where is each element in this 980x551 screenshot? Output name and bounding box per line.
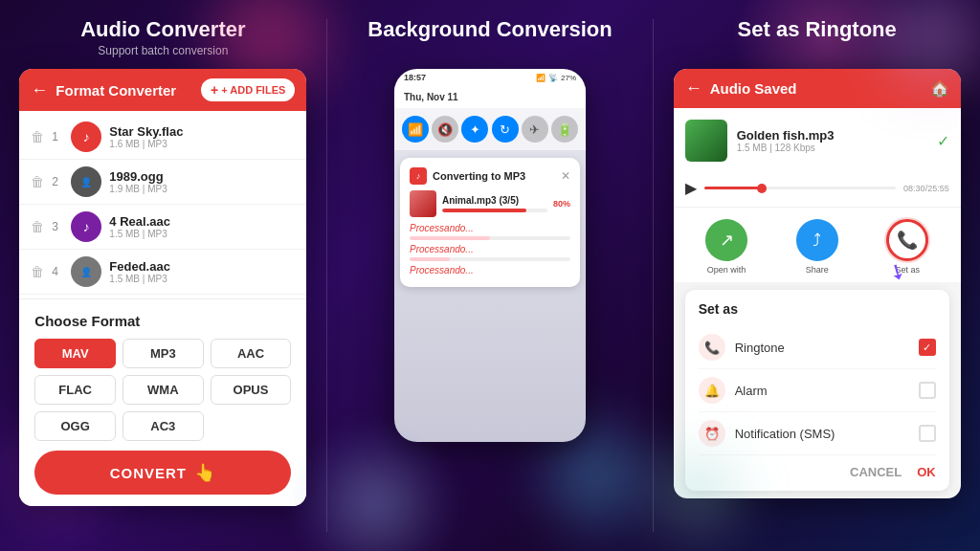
open-with-button[interactable]: ↗ Open with	[705, 219, 747, 275]
plus-icon: +	[211, 82, 218, 98]
share-icon: ⤴	[796, 219, 838, 261]
action-buttons: ↗ Open with ⤴ Share 📞 Set as ➘	[674, 207, 961, 282]
current-time: 08:30	[903, 184, 925, 193]
sync-qs-icon[interactable]: ↻	[492, 116, 519, 143]
notification-label: Notification (SMS)	[735, 427, 909, 441]
back-button[interactable]: ←	[31, 80, 48, 100]
phone-body: Thu, Nov 11 📶 🔇 ✦ ↻ ✈ 🔋 ♪ Converting to …	[394, 86, 586, 442]
notification-card: ♪ Converting to MP3 ✕ Animal.mp3 (3/5) 8…	[400, 158, 580, 287]
notif-close-button[interactable]: ✕	[561, 169, 570, 183]
format-btn-ac3[interactable]: AC3	[122, 411, 204, 441]
trash-icon-1[interactable]: 🗑	[31, 129, 44, 144]
wifi-qs-icon[interactable]: 📶	[402, 116, 429, 143]
convert-button[interactable]: CONVERT 👆	[34, 451, 291, 495]
file-icon-1: ♪	[71, 121, 101, 152]
conv-progress-bar-3	[410, 257, 570, 261]
convert-label: CONVERT	[110, 465, 187, 481]
file-icon-4: 👤	[71, 256, 101, 287]
file-info-2: 1989.ogg 1.9 MB | MP3	[109, 169, 295, 194]
format-btn-mp3[interactable]: MP3	[122, 339, 204, 368]
format-btn-opus[interactable]: OPUS	[211, 375, 292, 405]
file-item-2[interactable]: 🗑 2 👤 1989.ogg 1.9 MB | MP3	[19, 160, 306, 205]
home-icon[interactable]: 🏠	[930, 79, 949, 98]
trash-icon-3[interactable]: 🗑	[31, 219, 44, 234]
dialog-title: Set as	[699, 301, 936, 317]
format-btn-mav[interactable]: MAV	[34, 339, 116, 368]
section2-title: Background Conversion	[368, 17, 612, 42]
total-time: 25:55	[927, 184, 949, 193]
sound-qs-icon[interactable]: 🔇	[432, 116, 458, 143]
format-btn-ogg[interactable]: OGG	[34, 411, 116, 441]
file-info-3: 4 Real.aac 1.5 MB | MP3	[109, 214, 295, 239]
notification-header: ♪ Converting to MP3 ✕	[410, 167, 570, 185]
file-name-3: 4 Real.aac	[109, 214, 295, 229]
phone-status-bar: 18:57 📶 📡 27%	[394, 69, 586, 86]
file-item-4[interactable]: 🗑 4 👤 Feded.aac 1.5 MB | MP3	[19, 250, 306, 295]
ringtone-label: Ringtone	[735, 341, 909, 355]
phone-time: 18:57	[404, 73, 426, 82]
audio-back-button[interactable]: ←	[685, 78, 702, 99]
ringtone-icon: 📞	[699, 334, 725, 361]
phone-status-icons: 📶 📡 27%	[536, 74, 576, 82]
section2-subtitle	[488, 44, 491, 57]
conv-progress-fill-3	[410, 257, 450, 261]
play-button[interactable]: ▶	[685, 179, 697, 197]
section-background-conversion: Background Conversion 18:57 📶 📡 27% Thu,…	[327, 0, 654, 551]
processando-2: Processando...	[410, 244, 570, 254]
share-button[interactable]: ⤴ Share	[796, 219, 838, 275]
file-item-1[interactable]: 🗑 1 ♪ Star Sky.flac 1.6 MB | MP3	[19, 115, 306, 160]
conv-progress-fill-main	[442, 209, 526, 212]
signal-icon: 📶	[536, 74, 546, 82]
audio-info: Golden fish.mp3 1.5 MB | 128 Kbps	[737, 128, 927, 153]
section-set-as-ringtone: Set as Ringtone ← Audio Saved 🏠 Golden f…	[654, 0, 980, 551]
file-meta-3: 1.5 MB | MP3	[109, 229, 295, 239]
dialog-item-alarm[interactable]: 🔔 Alarm	[699, 369, 936, 412]
set-as-dialog: Set as 📞 Ringtone ✓ 🔔 Alarm ⏰ Notificati…	[685, 290, 949, 491]
quick-settings: 📶 🔇 ✦ ↻ ✈ 🔋	[394, 108, 586, 150]
dialog-item-ringtone[interactable]: 📞 Ringtone ✓	[699, 326, 936, 369]
check-icon: ✓	[937, 132, 949, 150]
file-icon-3: ♪	[71, 211, 101, 242]
open-with-icon: ↗	[705, 219, 747, 261]
hand-cursor-icon: 👆	[194, 462, 216, 483]
file-item-3[interactable]: 🗑 3 ♪ 4 Real.aac 1.5 MB | MP3	[19, 205, 306, 250]
trash-icon-4[interactable]: 🗑	[31, 264, 44, 279]
battery-qs-icon[interactable]: 🔋	[551, 116, 578, 143]
processando-3: Processando...	[410, 265, 570, 276]
file-num-2: 2	[52, 175, 63, 188]
format-btn-wma[interactable]: WMA	[122, 375, 204, 405]
header-title: Format Converter	[56, 82, 193, 99]
notif-title: Converting to MP3	[433, 170, 555, 182]
bt-qs-icon[interactable]: ✦	[461, 116, 488, 143]
trash-icon-2[interactable]: 🗑	[31, 174, 44, 189]
progress-row: ▶ 08:30/25:55	[685, 179, 949, 197]
conv-info: Animal.mp3 (3/5)	[442, 195, 547, 212]
file-num-1: 1	[52, 130, 63, 143]
dialog-cancel-button[interactable]: CANCEL	[850, 465, 902, 479]
alarm-checkbox[interactable]	[919, 382, 936, 399]
section3-title: Set as Ringtone	[738, 17, 897, 42]
section-audio-converter: Audio Converter Support batch conversion…	[0, 0, 326, 551]
notification-checkbox[interactable]	[919, 425, 936, 442]
ringtone-checkbox[interactable]: ✓	[919, 339, 936, 356]
add-files-button[interactable]: + + ADD FILES	[201, 78, 295, 101]
audio-player: Golden fish.mp3 1.5 MB | 128 Kbps ✓	[674, 108, 961, 173]
format-btn-aac[interactable]: AAC	[211, 339, 292, 368]
conv-file-name: Animal.mp3 (3/5)	[442, 195, 547, 206]
file-name-1: Star Sky.flac	[109, 124, 295, 139]
phone-date: Thu, Nov 11	[394, 86, 586, 108]
format-btn-flac[interactable]: FLAC	[34, 375, 116, 405]
deco-blob-4	[337, 465, 413, 541]
processando-1: Processando...	[410, 223, 570, 233]
dialog-ok-button[interactable]: OK	[917, 465, 936, 479]
progress-track[interactable]	[704, 187, 896, 189]
format-converter-header: ← Format Converter + + ADD FILES	[19, 69, 306, 111]
airplane-qs-icon[interactable]: ✈	[522, 116, 548, 143]
file-num-4: 4	[52, 265, 63, 278]
dialog-item-notification[interactable]: ⏰ Notification (SMS)	[699, 412, 936, 455]
dialog-actions: CANCEL OK	[699, 455, 936, 479]
converting-item-main: Animal.mp3 (3/5) 80%	[410, 190, 570, 217]
section1-title: Audio Converter	[80, 17, 245, 42]
notif-app-icon: ♪	[410, 167, 427, 185]
file-icon-2: 👤	[71, 166, 101, 197]
